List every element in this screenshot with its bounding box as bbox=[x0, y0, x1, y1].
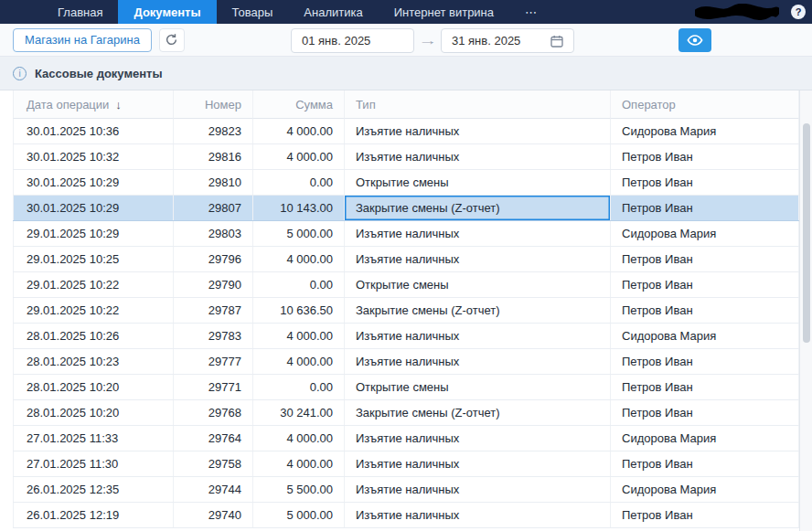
calendar-icon[interactable] bbox=[550, 35, 563, 48]
cell-operator[interactable]: Петров Иван bbox=[611, 349, 799, 374]
tab-more[interactable]: ⋯ bbox=[509, 0, 552, 24]
column-header-date[interactable]: Дата операции ↓ bbox=[13, 90, 174, 119]
cell-type[interactable]: Открытие смены bbox=[345, 375, 611, 399]
cell-number[interactable]: 29787 bbox=[174, 298, 253, 323]
cell-sum[interactable]: 10 636.50 bbox=[253, 298, 345, 323]
cell-number[interactable]: 29777 bbox=[174, 349, 253, 374]
cell-type[interactable]: Изъятие наличных bbox=[345, 426, 611, 451]
cell-date[interactable]: 28.01.2025 10:20 bbox=[13, 400, 174, 425]
table-row[interactable]: 29.01.2025 10:222978710 636.50Закрытие с… bbox=[13, 298, 799, 324]
tab-products[interactable]: Товары bbox=[217, 0, 289, 24]
cell-date[interactable]: 29.01.2025 10:22 bbox=[13, 298, 174, 323]
cell-sum[interactable]: 4 000.00 bbox=[253, 119, 345, 143]
cell-number[interactable]: 29771 bbox=[174, 375, 253, 399]
tab-analytics[interactable]: Аналитика bbox=[288, 0, 378, 24]
visibility-button[interactable] bbox=[678, 28, 711, 52]
cell-operator[interactable]: Петров Иван bbox=[611, 144, 799, 169]
cell-operator[interactable]: Петров Иван bbox=[611, 503, 799, 527]
table-row[interactable]: 27.01.2025 11:33297644 000.00Изъятие нал… bbox=[13, 426, 799, 451]
cell-sum[interactable]: 0.00 bbox=[253, 272, 345, 297]
cell-number[interactable]: 29790 bbox=[174, 272, 253, 297]
cell-operator[interactable]: Петров Иван bbox=[611, 247, 799, 271]
cell-operator[interactable]: Сидорова Мария bbox=[611, 119, 799, 143]
cell-date[interactable]: 29.01.2025 10:29 bbox=[13, 221, 174, 246]
cell-type[interactable]: Изъятие наличных bbox=[345, 221, 611, 246]
cell-sum[interactable]: 4 000.00 bbox=[253, 144, 345, 169]
cell-operator[interactable]: Сидорова Мария bbox=[611, 221, 799, 246]
cell-sum[interactable]: 4 000.00 bbox=[253, 426, 345, 451]
table-row[interactable]: 28.01.2025 10:20297710.00Открытие сменыП… bbox=[13, 375, 799, 400]
cell-date[interactable]: 28.01.2025 10:20 bbox=[13, 375, 174, 399]
cell-type[interactable]: Открытие смены bbox=[345, 272, 611, 297]
cell-type[interactable]: Изъятие наличных bbox=[345, 144, 611, 169]
cell-number[interactable]: 29758 bbox=[174, 451, 253, 476]
tab-documents[interactable]: Документы bbox=[118, 0, 216, 24]
cell-sum[interactable]: 0.00 bbox=[253, 375, 345, 399]
cell-operator[interactable]: Петров Иван bbox=[611, 451, 799, 476]
cell-operator[interactable]: Сидорова Мария bbox=[611, 426, 799, 451]
info-icon[interactable]: i bbox=[13, 67, 27, 80]
column-header-operator[interactable]: Оператор bbox=[611, 90, 799, 119]
table-row[interactable]: 28.01.2025 10:23297774 000.00Изъятие нал… bbox=[13, 349, 799, 375]
cell-date[interactable]: 28.01.2025 10:23 bbox=[13, 349, 174, 374]
table-row[interactable]: 30.01.2025 10:36298234 000.00Изъятие нал… bbox=[13, 119, 799, 144]
store-selector-button[interactable]: Магазин на Гагарина bbox=[13, 28, 152, 52]
cell-number[interactable]: 29783 bbox=[174, 324, 253, 348]
cell-operator[interactable]: Петров Иван bbox=[611, 298, 799, 323]
table-row[interactable]: 26.01.2025 12:35297445 500.00Изъятие нал… bbox=[13, 477, 799, 503]
table-row[interactable]: 29.01.2025 10:25297964 000.00Изъятие нал… bbox=[13, 247, 799, 272]
cell-number[interactable]: 29803 bbox=[174, 221, 253, 246]
cell-type[interactable]: Закрытие смены (Z-отчет) bbox=[345, 298, 611, 323]
cell-number[interactable]: 29816 bbox=[174, 144, 253, 169]
column-header-sum[interactable]: Сумма bbox=[253, 90, 345, 119]
cell-type[interactable]: Изъятие наличных bbox=[345, 477, 611, 502]
cell-type[interactable]: Изъятие наличных bbox=[345, 349, 611, 374]
cell-sum[interactable]: 30 241.00 bbox=[253, 400, 345, 425]
table-row[interactable]: 27.01.2025 11:30297584 000.00Изъятие нал… bbox=[13, 451, 799, 477]
cell-date[interactable]: 29.01.2025 10:22 bbox=[13, 272, 174, 297]
cell-number[interactable]: 29807 bbox=[174, 196, 253, 220]
cell-date[interactable]: 27.01.2025 11:30 bbox=[13, 451, 174, 476]
cell-sum[interactable]: 4 000.00 bbox=[253, 451, 345, 476]
cell-number[interactable]: 29740 bbox=[174, 503, 253, 527]
table-row[interactable]: 28.01.2025 10:202976830 241.00Закрытие с… bbox=[13, 400, 799, 426]
cell-date[interactable]: 30.01.2025 10:29 bbox=[13, 196, 174, 220]
refresh-button[interactable] bbox=[159, 28, 185, 52]
table-row[interactable]: 30.01.2025 10:32298164 000.00Изъятие нал… bbox=[13, 144, 799, 170]
help-icon[interactable]: ? bbox=[791, 5, 806, 19]
tab-home[interactable]: Главная bbox=[42, 0, 118, 24]
cell-number[interactable]: 29744 bbox=[174, 477, 253, 502]
cell-operator[interactable]: Сидорова Мария bbox=[611, 324, 799, 348]
cell-date[interactable]: 30.01.2025 10:32 bbox=[13, 144, 174, 169]
cell-type[interactable]: Изъятие наличных bbox=[345, 451, 611, 476]
cell-type[interactable]: Открытие смены bbox=[345, 170, 611, 195]
cell-sum[interactable]: 4 000.00 bbox=[253, 247, 345, 271]
cell-sum[interactable]: 5 500.00 bbox=[253, 477, 345, 502]
cell-operator[interactable]: Петров Иван bbox=[611, 170, 799, 195]
cell-number[interactable]: 29764 bbox=[174, 426, 253, 451]
cell-operator[interactable]: Петров Иван bbox=[611, 400, 799, 425]
cell-date[interactable]: 26.01.2025 12:35 bbox=[13, 477, 174, 502]
cell-sum[interactable]: 4 000.00 bbox=[253, 349, 345, 374]
cell-type[interactable]: Изъятие наличных bbox=[345, 247, 611, 271]
table-row[interactable]: 30.01.2025 10:292980710 143.00Закрытие с… bbox=[13, 196, 799, 221]
tab-online-storefront[interactable]: Интернет витрина bbox=[379, 0, 509, 24]
cell-type[interactable]: Закрытие смены (Z-отчет) bbox=[345, 400, 611, 425]
cell-operator[interactable]: Сидорова Мария bbox=[611, 477, 799, 502]
table-row[interactable]: 28.01.2025 10:26297834 000.00Изъятие нал… bbox=[13, 324, 799, 349]
cell-operator[interactable]: Петров Иван bbox=[611, 196, 799, 220]
cell-date[interactable]: 29.01.2025 10:25 bbox=[13, 247, 174, 271]
cell-date[interactable]: 28.01.2025 10:26 bbox=[13, 324, 174, 348]
cell-type[interactable]: Закрытие смены (Z-отчет) bbox=[345, 196, 611, 220]
cell-number[interactable]: 29823 bbox=[174, 119, 253, 143]
cell-sum[interactable]: 5 000.00 bbox=[253, 221, 345, 246]
cell-sum[interactable]: 0.00 bbox=[253, 170, 345, 195]
table-row[interactable]: 29.01.2025 10:29298035 000.00Изъятие нал… bbox=[13, 221, 799, 247]
date-from-input[interactable]: 01 янв. 2025 bbox=[291, 28, 414, 53]
table-row[interactable]: 29.01.2025 10:22297900.00Открытие сменыП… bbox=[13, 272, 799, 298]
cell-type[interactable]: Изъятие наличных bbox=[345, 324, 611, 348]
cell-type[interactable]: Изъятие наличных bbox=[345, 119, 611, 143]
table-row[interactable]: 30.01.2025 10:29298100.00Открытие сменыП… bbox=[13, 170, 799, 196]
table-row[interactable]: 26.01.2025 12:19297405 000.00Изъятие нал… bbox=[13, 503, 799, 528]
cell-sum[interactable]: 10 143.00 bbox=[253, 196, 345, 220]
